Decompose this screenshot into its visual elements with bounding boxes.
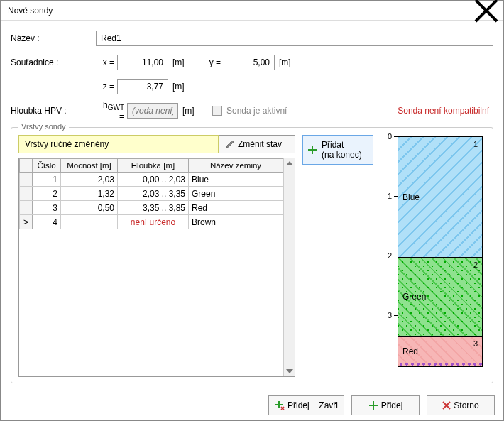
- cell-num: 1: [33, 173, 61, 187]
- dialog-window: Nové sondy Název : Souřadnice : x = [m] …: [0, 0, 504, 421]
- name-input[interactable]: [96, 31, 493, 46]
- hgwt-label: hGWT =: [96, 100, 127, 121]
- change-state-label: Změnit stav: [238, 139, 282, 149]
- col-mocnost: Mocnost [m]: [61, 159, 118, 173]
- add-close-label: Přidej + Zavři: [287, 400, 338, 410]
- active-label: Sonda je aktivní: [226, 106, 287, 116]
- x-label: x =: [96, 58, 117, 67]
- cancel-label: Storno: [454, 400, 478, 410]
- hpv-label: Hloubka HPV :: [11, 106, 96, 116]
- footer: Přidej + Zavři Přidej Storno: [1, 389, 503, 420]
- row-name: Název :: [11, 29, 493, 48]
- x-unit: [m]: [168, 58, 190, 67]
- depth-ruler: 0123: [380, 136, 398, 367]
- row-coord-z: z = [m]: [11, 77, 493, 96]
- stratum-layer: Green2: [398, 258, 482, 337]
- stratum-index: 2: [473, 261, 478, 269]
- layers-table-wrap: Číslo Mocnost [m] Hloubka [m] Název zemi…: [18, 158, 295, 377]
- layers-table[interactable]: Číslo Mocnost [m] Hloubka [m] Název zemi…: [19, 158, 283, 229]
- y-label: y =: [202, 58, 224, 67]
- cell-nazev: Brown: [189, 215, 283, 229]
- add-layer-label1: Přidat: [322, 140, 362, 150]
- layers-legend: Vrstvy sondy: [18, 122, 69, 131]
- add-button[interactable]: Přidej: [351, 395, 420, 415]
- add-label: Přidej: [381, 400, 403, 410]
- cross-icon: [442, 401, 451, 410]
- table-row[interactable]: 21,322,03 .. 3,35Green: [20, 187, 283, 201]
- cell-mocnost: 1,32: [61, 187, 118, 201]
- change-state-button[interactable]: Změnit stav: [219, 135, 295, 153]
- manual-note: Vrstvy ručně změněny: [18, 135, 219, 153]
- cell-hloubka: není určeno: [118, 215, 189, 229]
- pencil-icon: [225, 139, 235, 149]
- svg-rect-3: [308, 149, 317, 151]
- cell-nazev: Green: [189, 187, 283, 201]
- row-hpv: Hloubka HPV : hGWT = [m] Sonda je aktivn…: [11, 102, 493, 120]
- stratum-layer: Blue1: [398, 137, 482, 258]
- row-marker: >: [20, 215, 33, 229]
- layers-group: Vrstvy sondy Vrstvy ručně změněny Změnit…: [11, 127, 493, 383]
- cell-hloubka: 2,03 .. 3,35: [118, 187, 189, 201]
- table-scrollbar[interactable]: [283, 158, 295, 376]
- window-title: Nové sondy: [8, 6, 473, 16]
- cell-mocnost: 2,03: [61, 173, 118, 187]
- stratum-name: Red: [402, 346, 418, 356]
- cell-num: 2: [33, 187, 61, 201]
- x-input[interactable]: [117, 55, 168, 70]
- layers-toolbar: Vrstvy ručně změněny Změnit stav: [18, 135, 295, 153]
- svg-rect-5: [275, 404, 283, 405]
- add-layer-button[interactable]: Přidat (na konec): [302, 135, 373, 165]
- ruler-tick-label: 3: [388, 311, 392, 319]
- table-row[interactable]: 12,030,00 .. 2,03Blue: [20, 173, 283, 187]
- row-marker: [20, 187, 33, 201]
- stratigraphy-panel: 0123 Blue1Green2Red3: [380, 135, 486, 377]
- stratigraphy-column: Blue1Green2Red3: [398, 136, 483, 367]
- layers-table-scroll: Číslo Mocnost [m] Hloubka [m] Název zemi…: [19, 158, 283, 376]
- z-input[interactable]: [117, 79, 168, 94]
- hgwt-unit: [m]: [178, 106, 199, 116]
- stratum-index: 3: [473, 339, 478, 348]
- name-label: Název :: [11, 33, 96, 43]
- titlebar: Nové sondy: [1, 1, 503, 21]
- stratum-name: Green: [402, 292, 426, 302]
- col-nazev: Název zeminy: [189, 159, 283, 173]
- ruler-tick-label: 0: [388, 132, 392, 141]
- table-row[interactable]: 30,503,35 .. 3,85Red: [20, 201, 283, 215]
- z-label: z =: [96, 82, 117, 92]
- row-marker: [20, 201, 33, 215]
- cell-num: 4: [33, 215, 61, 229]
- cancel-button[interactable]: Storno: [427, 395, 495, 415]
- row-marker: [20, 173, 33, 187]
- cell-nazev: Red: [189, 201, 283, 215]
- cell-mocnost: [61, 215, 118, 229]
- cell-hloubka: 3,35 .. 3,85: [118, 201, 189, 215]
- table-row[interactable]: >4není určenoBrown: [20, 215, 283, 229]
- warning-text: Sonda není kompatibilní: [398, 106, 493, 116]
- content-area: Název : Souřadnice : x = [m] y = [m] z =…: [1, 21, 503, 389]
- cell-num: 3: [33, 201, 61, 215]
- close-icon: [473, 0, 499, 23]
- z-unit: [m]: [168, 82, 190, 92]
- y-input[interactable]: [224, 55, 275, 70]
- add-close-button[interactable]: Přidej + Zavři: [268, 395, 344, 415]
- layers-left: Vrstvy ručně změněny Změnit stav: [18, 135, 295, 377]
- ruler-tick-label: 2: [388, 251, 392, 260]
- cell-hloubka: 0,00 .. 2,03: [118, 173, 189, 187]
- svg-rect-9: [369, 405, 378, 406]
- col-hloubka: Hloubka [m]: [118, 159, 189, 173]
- stratum-bottom-marker: [398, 362, 482, 366]
- layers-mid: Přidat (na konec): [302, 135, 373, 377]
- plus-icon: [368, 400, 378, 410]
- close-button[interactable]: [473, 3, 499, 18]
- plus-close-icon: [275, 400, 285, 410]
- cell-nazev: Blue: [189, 173, 283, 187]
- stratum-name: Blue: [402, 192, 420, 202]
- manual-note-text: Vrstvy ručně změněny: [25, 139, 109, 149]
- ruler-tick-label: 1: [388, 192, 392, 200]
- stratum-index: 1: [473, 140, 478, 148]
- add-layer-label2: (na konec): [322, 150, 362, 160]
- hgwt-input: [127, 103, 178, 119]
- col-num: Číslo: [33, 159, 61, 173]
- active-checkbox[interactable]: [212, 106, 222, 116]
- cell-mocnost: 0,50: [61, 201, 118, 215]
